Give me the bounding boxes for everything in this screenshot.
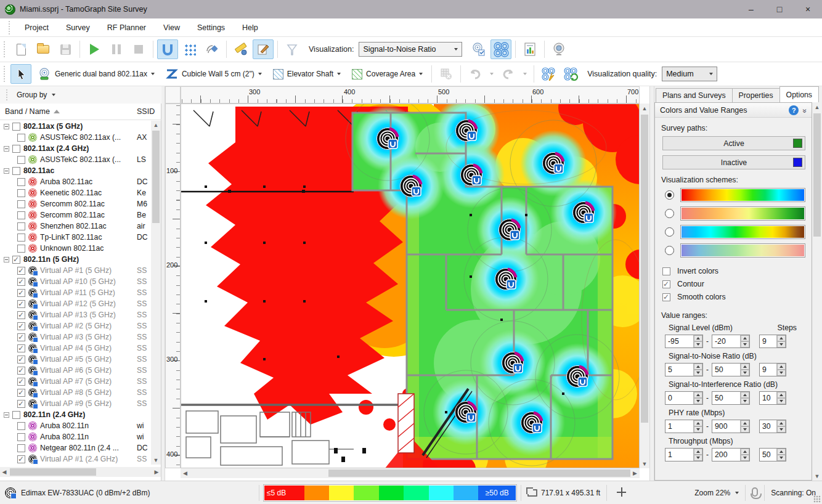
checkbox[interactable] xyxy=(17,311,25,319)
redo-button[interactable] xyxy=(498,64,519,84)
ap-tree-vertical-scrollbar[interactable]: ▲ ▼ xyxy=(151,121,161,465)
radio[interactable] xyxy=(665,227,674,237)
checkbox[interactable] xyxy=(17,178,25,186)
tree-ap[interactable]: Virtual AP #1 (5 GHz)SS xyxy=(0,265,150,276)
ap-marker[interactable] xyxy=(573,202,595,224)
checkbox[interactable] xyxy=(17,234,25,242)
scheme-option-1[interactable] xyxy=(665,188,805,202)
checkbox[interactable] xyxy=(17,400,25,408)
visualization-select[interactable]: Signal-to-Noise Ratio xyxy=(359,42,462,57)
checkbox[interactable] xyxy=(17,389,25,397)
new-project-button[interactable] xyxy=(10,39,31,59)
zoom-control[interactable]: Zoom 22% xyxy=(688,489,745,497)
checkbox[interactable] xyxy=(17,211,25,219)
tree-ap[interactable]: Aruba 802.11acDC xyxy=(0,176,150,187)
voice-control[interactable] xyxy=(746,487,764,498)
checkbox[interactable] xyxy=(662,267,670,275)
tree-ap[interactable]: Sercomm 802.11acBe xyxy=(0,209,150,221)
checkbox[interactable] xyxy=(17,245,25,253)
stop-survey-button[interactable] xyxy=(128,39,149,59)
scrollbar-thumb[interactable] xyxy=(328,469,630,477)
tree-ap[interactable]: ASUSTekC 802.11ax (...LS xyxy=(0,154,150,165)
ap-marker[interactable] xyxy=(499,219,521,241)
scroll-down-arrow[interactable]: ▼ xyxy=(151,456,161,465)
scrollbar-thumb[interactable] xyxy=(152,131,160,223)
tree-ap[interactable]: Aruba 802.11nwi xyxy=(0,431,150,442)
tree-ap[interactable]: Virtual AP #3 (5 GHz)SS xyxy=(0,331,150,343)
resize-grip[interactable] xyxy=(813,495,821,503)
delete-object-button[interactable] xyxy=(436,64,457,84)
reports-button[interactable] xyxy=(519,39,540,59)
coverage-area-selector[interactable]: Coverage Area xyxy=(347,69,428,79)
gps-survey-button[interactable] xyxy=(201,39,222,59)
active-path-color-button[interactable]: Active xyxy=(662,136,805,150)
ap-marker[interactable] xyxy=(377,128,399,150)
ap-marker[interactable] xyxy=(455,402,477,423)
radio[interactable] xyxy=(665,209,674,218)
pause-survey-button[interactable] xyxy=(106,39,127,59)
min-spinner[interactable]: 1 xyxy=(665,420,703,433)
menu-survey[interactable]: Survey xyxy=(57,18,99,37)
options-vertical-scrollbar[interactable]: ▲ ▼ xyxy=(812,102,822,481)
min-spinner[interactable]: -95 xyxy=(665,335,703,348)
tree-ap[interactable]: Tp-LinkT 802.11acDC xyxy=(0,232,150,243)
ap-marker[interactable] xyxy=(567,366,588,388)
scroll-right-arrow[interactable]: ▶ xyxy=(630,468,640,478)
scheme-option-3[interactable] xyxy=(665,225,805,239)
collapse-icon[interactable] xyxy=(4,146,9,152)
steps-spinner[interactable]: 10 xyxy=(759,391,786,405)
checkbox[interactable] xyxy=(12,123,20,131)
tree-group[interactable]: 802.11ac xyxy=(0,165,150,176)
checkbox[interactable] xyxy=(17,278,25,286)
tree-ap[interactable]: Virtual AP #13 (5 GHz)SS xyxy=(0,309,150,320)
continuous-survey-button[interactable] xyxy=(157,39,178,59)
ap-tree-horizontal-scrollbar[interactable]: ◀ ▶ xyxy=(0,467,161,477)
max-spinner[interactable]: -20 xyxy=(712,335,750,348)
invert-colors-checkbox[interactable]: Invert colors xyxy=(662,267,812,275)
minimize-button[interactable]: – xyxy=(737,0,765,18)
checkbox-checked[interactable] xyxy=(662,280,670,288)
collapse-icon[interactable] xyxy=(4,412,9,418)
quality-select[interactable]: Medium xyxy=(662,67,717,81)
checkbox[interactable] xyxy=(17,300,25,308)
floor-plan-heatmap[interactable] xyxy=(181,104,640,468)
min-spinner[interactable]: 1 xyxy=(665,448,703,461)
ap-marker[interactable] xyxy=(456,120,478,142)
scrollbar-thumb[interactable] xyxy=(641,115,648,423)
open-project-button[interactable] xyxy=(33,39,54,59)
undo-dropdown[interactable] xyxy=(487,64,497,84)
tree-ap[interactable]: Aruba 802.11nwi xyxy=(0,420,150,431)
select-aps-button[interactable] xyxy=(468,39,489,59)
tree-ap[interactable]: ASUSTekC 802.11ax (...AX xyxy=(0,132,150,143)
checkbox-checked[interactable] xyxy=(662,293,670,301)
checkbox[interactable] xyxy=(17,134,25,142)
save-project-button[interactable] xyxy=(55,39,76,59)
tree-ap[interactable]: Virtual AP #2 (5 GHz)SS xyxy=(0,320,150,331)
checkbox[interactable] xyxy=(17,156,25,164)
tree-ap[interactable]: Virtual AP #7 (5 GHz)SS xyxy=(0,376,150,387)
collapse-chevron-icon[interactable]: » xyxy=(801,108,810,112)
tree-group[interactable]: 802.11ax (2.4 GHz) xyxy=(0,143,150,154)
checkbox[interactable] xyxy=(17,333,25,341)
steps-spinner[interactable]: 30 xyxy=(759,420,786,433)
tree-ap[interactable]: Virtual AP #10 (5 GHz)SS xyxy=(0,276,150,287)
ap-type-selector[interactable]: Generic dual band 802.11ax xyxy=(33,68,160,80)
maximize-button[interactable]: □ xyxy=(765,0,794,18)
start-survey-button[interactable] xyxy=(84,39,105,59)
tree-ap[interactable]: Virtual AP #9 (5 GHz)SS xyxy=(0,398,150,409)
column-ssid[interactable]: SSID xyxy=(137,107,155,116)
steps-spinner[interactable]: 9 xyxy=(759,363,786,376)
tree-group[interactable]: 802.11n (2.4 GHz) xyxy=(0,409,150,420)
menu-rf-planner[interactable]: RF Planner xyxy=(99,18,155,37)
calibrate-button[interactable] xyxy=(230,39,251,59)
show-all-aps-button[interactable] xyxy=(490,39,511,59)
checkbox[interactable] xyxy=(12,167,20,175)
ap-marker[interactable] xyxy=(461,165,482,186)
tree-ap[interactable]: Virtual AP #6 (5 GHz)SS xyxy=(0,365,150,376)
collapse-icon[interactable] xyxy=(4,124,9,129)
checkbox[interactable] xyxy=(12,145,20,153)
steps-spinner[interactable]: 9 xyxy=(759,335,786,348)
column-band-name[interactable]: Band / Name xyxy=(0,107,60,116)
menu-settings[interactable]: Settings xyxy=(189,18,234,37)
close-button[interactable]: × xyxy=(794,0,822,18)
